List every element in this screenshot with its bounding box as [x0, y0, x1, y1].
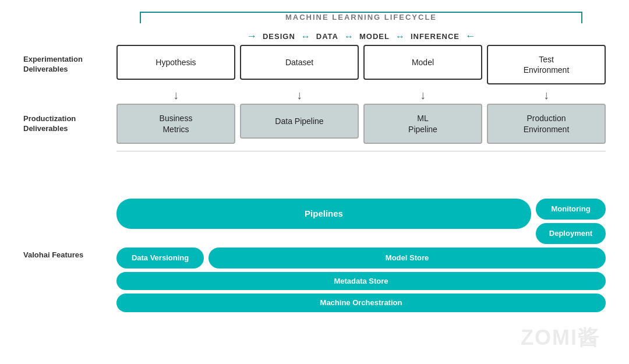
dataset-box: Dataset	[240, 45, 359, 80]
valohai-section: Valohai Features Pipelines Monitoring De…	[23, 158, 606, 352]
down-arrow-2: ↓	[296, 89, 302, 101]
arrow-both-3: ↔	[395, 31, 405, 42]
productization-row: Productization Deliverables Business Met…	[23, 104, 606, 143]
valohai-features-grid: Pipelines Monitoring Deployment Data Ver…	[116, 158, 606, 352]
feature-row-4: Machine Orchestration	[116, 294, 606, 312]
col-dataset: Dataset	[240, 45, 359, 84]
col-production-env: Production Environment	[487, 104, 606, 143]
model-box: Model	[363, 45, 482, 80]
divider	[116, 151, 606, 151]
down-arrow-1: ↓	[173, 89, 179, 101]
test-environment-box: Test Environment	[487, 45, 606, 84]
col-test-env: Test Environment	[487, 45, 606, 84]
model-store-box: Model Store	[209, 248, 606, 268]
arrow-right-start: →	[246, 30, 257, 43]
down-arrow-3: ↓	[420, 89, 426, 101]
col-business-metrics: Business Metrics	[116, 104, 235, 143]
production-environment-box: Production Environment	[487, 104, 606, 143]
phase-design: DESIGN	[257, 32, 301, 41]
monitoring-deployment-group: Monitoring Deployment	[536, 199, 606, 244]
data-pipeline-box: Data Pipeline	[240, 104, 359, 139]
phase-inference: INFERENCE	[405, 32, 465, 41]
col-data-pipeline: Data Pipeline	[240, 104, 359, 143]
col-ml-pipeline: ML Pipeline	[363, 104, 482, 143]
phase-data: DATA	[310, 32, 344, 41]
lifecycle-title: MACHINE LEARNING LIFECYCLE	[278, 13, 444, 22]
col-model: Model	[363, 45, 482, 84]
machine-orchestration-box: Machine Orchestration	[116, 294, 606, 312]
metadata-store-box: Metadata Store	[116, 272, 606, 291]
col-hypothesis: Hypothesis	[116, 45, 235, 84]
business-metrics-box: Business Metrics	[116, 104, 235, 143]
experimentation-label: Experimentation Deliverables	[23, 55, 83, 75]
experimentation-row: Experimentation Deliverables Hypothesis …	[23, 45, 606, 84]
hypothesis-box: Hypothesis	[116, 45, 235, 80]
monitoring-box: Monitoring	[536, 199, 606, 220]
down-arrow-4: ↓	[543, 89, 549, 101]
ml-pipeline-box: ML Pipeline	[363, 104, 482, 143]
feature-row-1: Pipelines Monitoring Deployment	[116, 199, 606, 244]
arrow-both-1: ↔	[301, 31, 310, 42]
phase-model: MODEL	[354, 32, 395, 41]
valohai-label: Valohai Features	[23, 250, 83, 260]
main-container: MACHINE LEARNING LIFECYCLE → DESIGN ↔ DA…	[0, 0, 629, 364]
arrow-right-end: →	[465, 30, 476, 43]
productization-label: Productization Deliverables	[23, 114, 76, 134]
feature-row-3: Metadata Store	[116, 272, 606, 291]
pipelines-box: Pipelines	[116, 199, 531, 229]
deployment-box: Deployment	[536, 223, 606, 244]
data-versioning-box: Data Versioning	[116, 248, 204, 268]
arrow-both-2: ↔	[344, 31, 354, 42]
feature-row-2: Data Versioning Model Store	[116, 248, 606, 268]
